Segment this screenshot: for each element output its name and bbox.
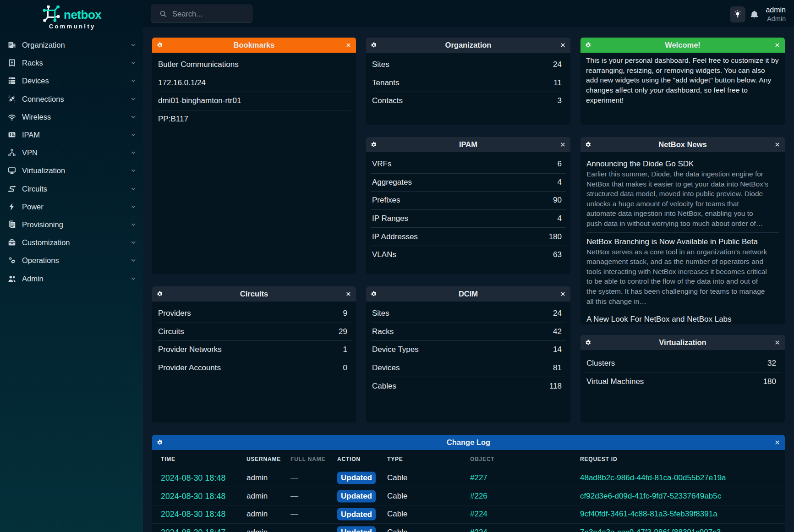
svg-text:netbox: netbox: [64, 8, 102, 22]
